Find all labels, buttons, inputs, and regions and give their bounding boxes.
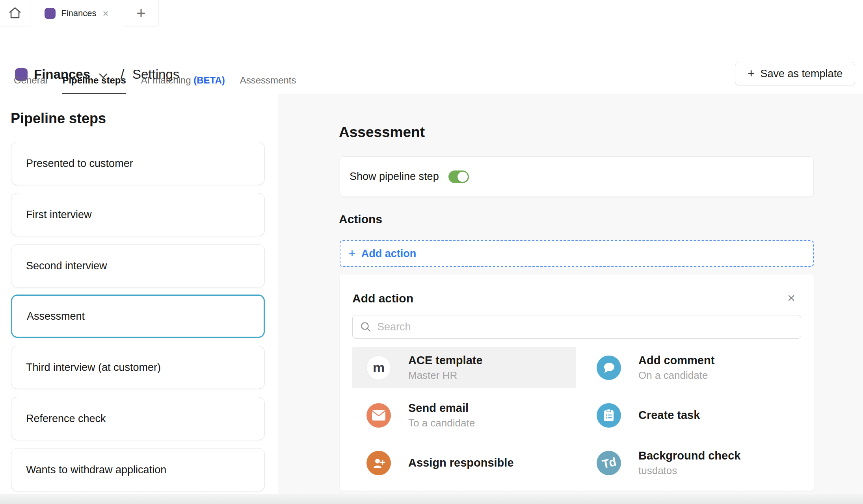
add-action-panel: Add action × m ACE template Master HR Ad…	[340, 274, 814, 491]
action-item-background-check[interactable]: Td Background check tusdatos	[582, 442, 806, 484]
comment-icon	[597, 356, 621, 380]
clipboard-icon	[597, 403, 621, 428]
settings-nav-tabs: General Pipeline steps AI matching (BETA…	[14, 75, 296, 94]
show-pipeline-step-toggle[interactable]	[448, 170, 469, 183]
actions-heading: Actions	[339, 213, 382, 226]
action-search-box	[352, 315, 801, 339]
tusdatos-logo-icon: Td	[597, 451, 621, 475]
app-root: Finances × + Finances / Settings + Save …	[0, 0, 863, 504]
search-icon	[360, 321, 372, 333]
pipeline-step-first-interview[interactable]: First interview	[11, 193, 265, 236]
close-icon[interactable]: ×	[784, 291, 798, 305]
show-pipeline-step-card: Show pipeline step	[340, 156, 814, 197]
pipeline-steps-heading: Pipeline steps	[11, 110, 106, 127]
tab-title: Finances	[61, 8, 96, 19]
page-bottom-edge	[0, 494, 863, 504]
home-icon	[8, 7, 22, 19]
step-detail-heading: Assessment	[339, 124, 425, 141]
show-pipeline-step-label: Show pipeline step	[350, 170, 439, 183]
action-item-ace-template[interactable]: m ACE template Master HR	[352, 347, 576, 388]
pipeline-step-assessment[interactable]: Assessment	[11, 295, 265, 338]
pipeline-step-wants-to-withdraw[interactable]: Wants to withdraw application	[11, 448, 265, 491]
pipeline-step-third-interview[interactable]: Third interview (at customer)	[11, 346, 265, 389]
pipeline-step-presented-to-customer[interactable]: Presented to customer	[11, 142, 265, 185]
action-item-assign-responsible[interactable]: Assign responsible	[352, 442, 576, 484]
beta-badge: (BETA)	[193, 75, 225, 85]
m-avatar-icon: m	[366, 356, 391, 380]
add-action-panel-heading: Add action	[352, 292, 413, 305]
action-item-send-email[interactable]: Send email To a candidate	[352, 395, 576, 436]
new-tab-button[interactable]: +	[124, 0, 158, 26]
toggle-knob	[458, 172, 468, 182]
tab-color-chip	[45, 8, 56, 19]
tab-pipeline-steps[interactable]: Pipeline steps	[62, 75, 126, 94]
search-input[interactable]	[377, 321, 801, 333]
browser-tab-bar: Finances × +	[0, 0, 863, 26]
add-action-button[interactable]: + Add action	[340, 240, 814, 267]
tab-ai-matching[interactable]: AI matching (BETA)	[141, 75, 225, 93]
plus-icon: +	[748, 67, 755, 80]
pipeline-step-second-interview[interactable]: Second interview	[11, 244, 265, 287]
plus-icon: +	[136, 5, 145, 21]
person-plus-icon	[366, 451, 391, 475]
home-button[interactable]	[0, 0, 30, 26]
plus-icon: +	[348, 247, 356, 259]
tab-assessments[interactable]: Assessments	[240, 75, 296, 93]
tab-general[interactable]: General	[14, 75, 47, 93]
envelope-icon	[366, 403, 391, 428]
action-item-create-task[interactable]: Create task	[582, 395, 806, 436]
save-as-template-button[interactable]: + Save as template	[735, 62, 855, 85]
page-header: Finances / Settings + Save as template	[0, 26, 863, 75]
pipeline-step-reference-check[interactable]: Reference check	[11, 397, 265, 440]
action-item-add-comment[interactable]: Add comment On a candidate	[582, 347, 806, 388]
tab-finances[interactable]: Finances ×	[30, 0, 124, 26]
tab-close-icon[interactable]: ×	[102, 7, 110, 19]
